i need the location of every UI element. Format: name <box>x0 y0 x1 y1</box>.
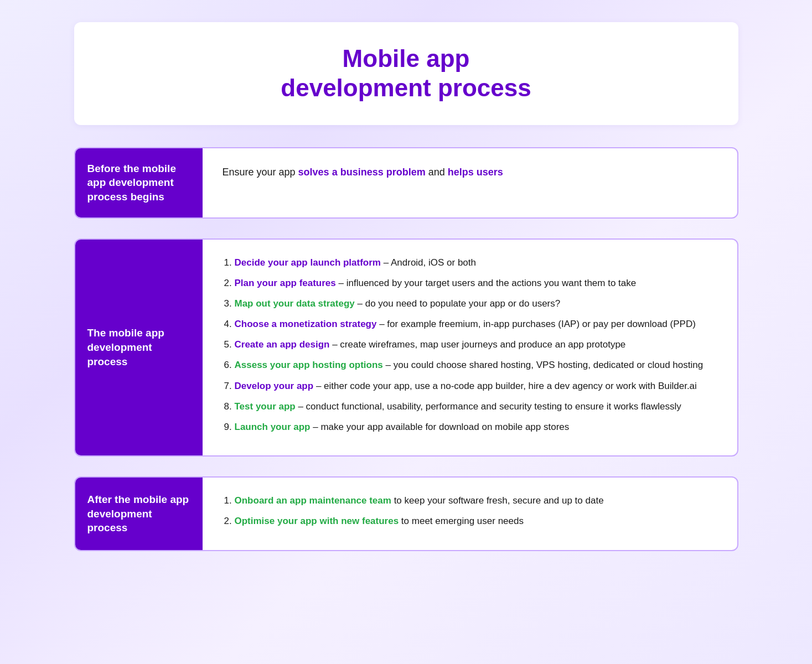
list-item: Map out your data strategy – do you need… <box>235 296 717 311</box>
after-item1-rest: to keep your software fresh, secure and … <box>394 495 604 506</box>
item8-rest: – conduct functional, usability, perform… <box>298 401 681 412</box>
item3-bold: Map out your data strategy <box>235 298 355 309</box>
after-list: Onboard an app maintenance team to keep … <box>223 493 717 528</box>
item5-rest: – create wireframes, map user journeys a… <box>332 339 625 350</box>
list-item: Onboard an app maintenance team to keep … <box>235 493 717 508</box>
item7-rest: – either code your app, use a no-code ap… <box>316 381 697 391</box>
section-before-label: Before the mobile app development proces… <box>75 148 203 217</box>
list-item: Choose a monetization strategy – for exa… <box>235 317 717 331</box>
item8-bold: Test your app <box>235 401 296 412</box>
list-item: Optimise your app with new features to m… <box>235 513 717 528</box>
list-item: Assess your app hosting options – you co… <box>235 357 717 372</box>
after-item2-rest: to meet emerging user needs <box>401 516 524 526</box>
page-title: Mobile app development process <box>107 44 705 103</box>
item5-bold: Create an app design <box>235 339 330 350</box>
highlight-helps: helps users <box>448 167 503 178</box>
list-item: Decide your app launch platform – Androi… <box>235 255 717 270</box>
item6-rest: – you could choose shared hosting, VPS h… <box>386 360 704 370</box>
list-item: Launch your app – make your app availabl… <box>235 419 717 434</box>
item1-bold: Decide your app launch platform <box>235 257 381 268</box>
section-during-label: The mobile app development process <box>75 240 203 456</box>
section-after: After the mobile app development process… <box>74 476 738 551</box>
section-before-content: Ensure your app solves a business proble… <box>203 148 737 217</box>
item4-rest: – for example freemium, in-app purchases… <box>379 319 696 329</box>
section-before: Before the mobile app development proces… <box>74 147 738 219</box>
after-item1-bold: Onboard an app maintenance team <box>235 495 391 506</box>
section-during: The mobile app development process Decid… <box>74 238 738 457</box>
item3-rest: – do you need to populate your app or do… <box>358 298 561 309</box>
item2-bold: Plan your app features <box>235 278 336 288</box>
before-paragraph: Ensure your app solves a business proble… <box>223 164 717 181</box>
list-item: Create an app design – create wireframes… <box>235 337 717 352</box>
section-after-label: After the mobile app development process <box>75 478 203 549</box>
item6-bold: Assess your app hosting options <box>235 360 383 370</box>
item1-rest: – Android, iOS or both <box>384 257 476 268</box>
title-card: Mobile app development process <box>74 22 738 125</box>
during-list: Decide your app launch platform – Androi… <box>223 255 717 435</box>
section-during-content: Decide your app launch platform – Androi… <box>203 240 737 456</box>
list-item: Develop your app – either code your app,… <box>235 378 717 393</box>
after-item2-bold: Optimise your app with new features <box>235 516 399 526</box>
item2-rest: – influenced by your target users and th… <box>339 278 637 288</box>
list-item: Plan your app features – influenced by y… <box>235 276 717 290</box>
item7-bold: Develop your app <box>235 381 314 391</box>
list-item: Test your app – conduct functional, usab… <box>235 399 717 414</box>
item9-bold: Launch your app <box>235 422 311 432</box>
item9-rest: – make your app available for download o… <box>313 422 569 432</box>
highlight-solves: solves a business problem <box>298 167 426 178</box>
section-after-content: Onboard an app maintenance team to keep … <box>203 478 737 549</box>
page-wrapper: Mobile app development process Before th… <box>74 22 738 551</box>
item4-bold: Choose a monetization strategy <box>235 319 377 329</box>
